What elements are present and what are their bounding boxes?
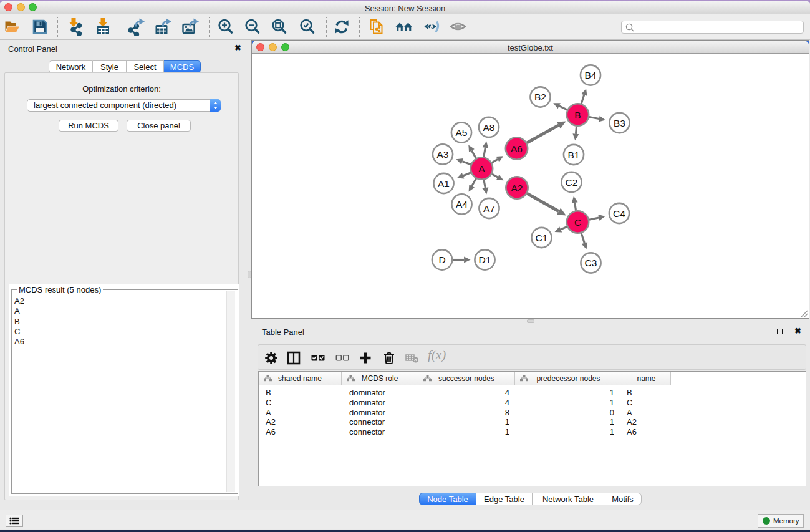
- svg-text:A: A: [478, 163, 485, 174]
- svg-text:D: D: [438, 254, 445, 265]
- svg-text:B4: B4: [585, 70, 597, 80]
- svg-text:A5: A5: [456, 127, 468, 138]
- svg-text:A4: A4: [456, 199, 468, 210]
- svg-text:C4: C4: [613, 208, 625, 219]
- svg-text:C1: C1: [536, 233, 548, 243]
- svg-text:B: B: [574, 110, 581, 120]
- svg-text:C: C: [574, 217, 581, 228]
- svg-text:D1: D1: [479, 254, 491, 265]
- svg-text:C2: C2: [566, 177, 578, 188]
- svg-text:A7: A7: [483, 203, 495, 214]
- svg-text:A3: A3: [437, 149, 449, 160]
- svg-text:C3: C3: [585, 258, 597, 268]
- svg-text:A2: A2: [511, 183, 523, 193]
- svg-text:B2: B2: [534, 92, 546, 102]
- svg-text:A8: A8: [483, 122, 495, 133]
- svg-text:B3: B3: [614, 118, 625, 128]
- svg-text:B1: B1: [568, 150, 580, 160]
- svg-text:A6: A6: [511, 143, 523, 154]
- svg-text:A1: A1: [438, 178, 450, 189]
